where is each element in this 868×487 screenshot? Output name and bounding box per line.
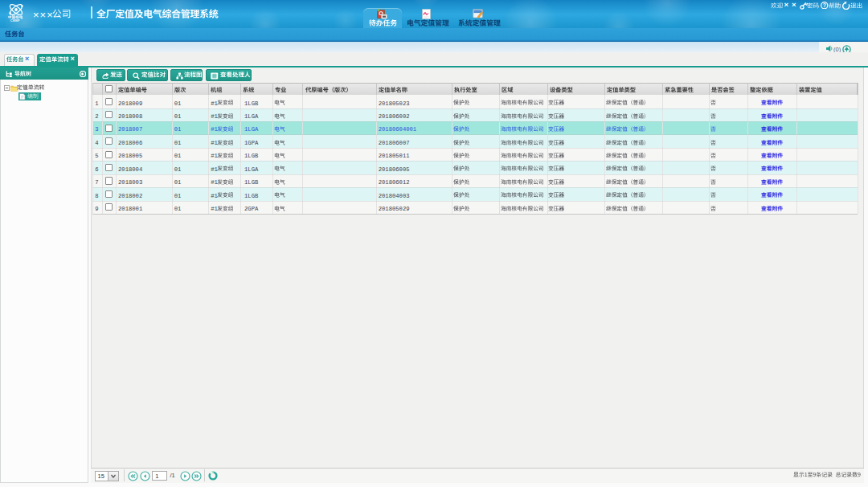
svg-text:?: ? xyxy=(823,2,826,8)
